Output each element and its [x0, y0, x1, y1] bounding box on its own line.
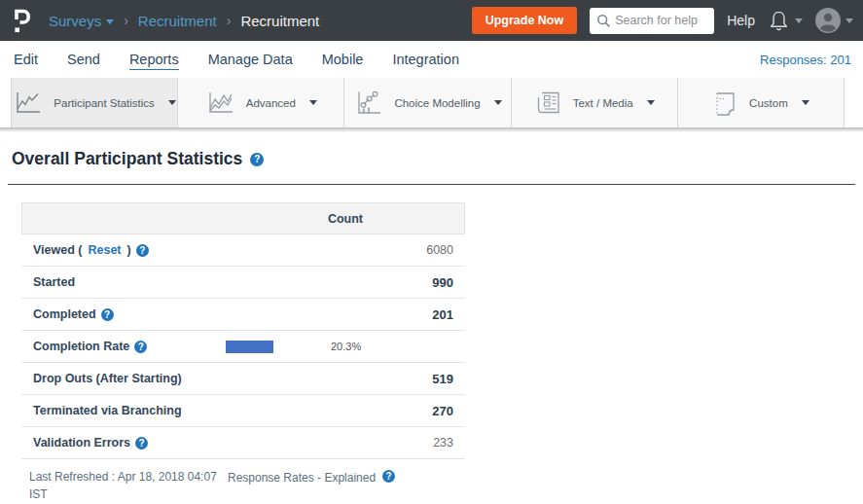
- chevron-down-icon: [647, 100, 655, 105]
- response-rates-explained: Response Rates - Explained ?: [228, 468, 395, 504]
- nav-send[interactable]: Send: [67, 50, 100, 69]
- chevron-down-icon: [795, 18, 803, 23]
- row-label-text: ): [127, 243, 131, 257]
- help-icon[interactable]: ?: [134, 341, 147, 353]
- nav-integration[interactable]: Integration: [392, 50, 459, 69]
- row-label: Terminated via Branching: [21, 404, 226, 417]
- breadcrumb-current: Recruitment: [240, 13, 319, 29]
- reset-link[interactable]: Reset: [88, 243, 121, 257]
- last-refreshed-text: Last Refreshed : Apr 18, 2018 04:07 IST: [29, 470, 217, 501]
- last-refreshed: Last Refreshed : Apr 18, 2018 04:07 IST …: [21, 468, 228, 504]
- completion-rate-bar-fill: [226, 341, 273, 353]
- upgrade-now-button[interactable]: Upgrade Now: [472, 7, 578, 34]
- row-value: 201: [226, 307, 465, 322]
- table-row-started: Started 990: [21, 267, 465, 299]
- table-row-terminated: Terminated via Branching 270: [21, 395, 465, 427]
- tab-text-media[interactable]: Text / Media: [512, 78, 678, 127]
- row-value: 20.3%: [226, 341, 465, 353]
- tab-label: Text / Media: [573, 97, 633, 109]
- chevron-down-icon: [494, 100, 502, 105]
- table-row-drop-outs: Drop Outs (After Starting) 519: [21, 363, 465, 395]
- tab-participant-statistics[interactable]: Participant Statistics: [12, 78, 178, 127]
- tab-advanced[interactable]: Advanced: [178, 78, 344, 127]
- chevron-down-icon: [168, 100, 176, 105]
- table-row-completed: Completed ? 201: [21, 299, 465, 331]
- multi-line-chart-icon: [205, 90, 234, 116]
- notifications-button[interactable]: [768, 9, 803, 33]
- count-column-header: Count: [227, 212, 464, 226]
- help-icon[interactable]: ?: [135, 437, 148, 450]
- responses-count: Responses: 201: [760, 53, 851, 67]
- nav-edit[interactable]: Edit: [14, 50, 38, 69]
- search-icon: [596, 14, 611, 28]
- surveys-menu[interactable]: Surveys: [49, 13, 114, 29]
- page-title: Overall Participant Statistics: [12, 149, 242, 169]
- table-row-viewed: Viewed ( Reset ) ? 6080: [21, 234, 465, 267]
- chevron-down-icon: [802, 100, 809, 105]
- tab-label: Advanced: [246, 97, 296, 109]
- tab-label: Choice Modelling: [394, 97, 480, 109]
- bell-icon: [768, 9, 790, 33]
- table-row-validation-errors: Validation Errors ? 233: [21, 427, 465, 459]
- nav-manage-data[interactable]: Manage Data: [208, 50, 293, 69]
- tab-custom[interactable]: Custom: [678, 78, 845, 127]
- breadcrumb-separator: ›: [124, 13, 128, 28]
- row-label: Completion Rate ?: [21, 340, 226, 353]
- help-icon[interactable]: ?: [250, 153, 264, 166]
- row-label-text: Drop Outs (After Starting): [33, 372, 182, 385]
- title-divider: [8, 184, 855, 185]
- topbar-right-group: Upgrade Now Help: [472, 7, 853, 34]
- completion-rate-label: 20.3%: [278, 341, 361, 352]
- account-menu-button[interactable]: [815, 8, 853, 33]
- scatter-chart-icon: [353, 90, 382, 116]
- participant-statistics-table: Count Viewed ( Reset ) ? 6080 Started 99…: [21, 202, 465, 459]
- report-tabs: Participant Statistics Advanced: [11, 78, 845, 127]
- breadcrumb-survey-link[interactable]: Recruitment: [138, 13, 217, 29]
- chevron-down-icon: [106, 19, 114, 24]
- chevron-down-icon: [845, 18, 853, 23]
- table-header-row: Count: [21, 202, 465, 234]
- surveys-menu-label: Surveys: [49, 13, 101, 29]
- document-icon: [712, 90, 737, 117]
- row-value: 990: [226, 275, 465, 290]
- toolbar-shadow: [0, 127, 863, 132]
- row-label-text: Started: [33, 275, 75, 289]
- help-icon[interactable]: ?: [136, 244, 149, 257]
- page-title-row: Overall Participant Statistics ?: [12, 149, 851, 169]
- row-label: Validation Errors ?: [21, 436, 226, 450]
- tab-label: Participant Statistics: [54, 97, 155, 109]
- breadcrumb-separator: ›: [227, 13, 232, 28]
- table-footer: Last Refreshed : Apr 18, 2018 04:07 IST …: [21, 468, 851, 504]
- row-value: 270: [226, 404, 465, 418]
- row-label: Started: [21, 275, 226, 289]
- response-rates-text: Response Rates - Explained: [228, 469, 376, 486]
- row-label: Completed ?: [21, 307, 226, 321]
- newspaper-icon: [534, 90, 561, 116]
- survey-nav: Edit Send Reports Manage Data Mobile Int…: [0, 41, 863, 78]
- chevron-down-icon: [309, 100, 317, 105]
- row-label-text: Completion Rate: [33, 340, 129, 353]
- line-chart-icon: [13, 90, 42, 116]
- report-content: Overall Participant Statistics ? Count V…: [0, 149, 863, 504]
- row-label: Drop Outs (After Starting): [21, 372, 226, 385]
- tab-label: Custom: [749, 97, 788, 109]
- row-label-text: Validation Errors: [33, 436, 130, 450]
- row-value: 519: [226, 372, 465, 386]
- row-label-text: Terminated via Branching: [33, 404, 182, 417]
- avatar: [815, 8, 841, 33]
- row-label: Viewed ( Reset ) ?: [21, 243, 226, 257]
- row-value: 6080: [226, 243, 465, 257]
- help-link[interactable]: Help: [727, 13, 755, 28]
- nav-reports[interactable]: Reports: [129, 50, 179, 70]
- row-label-text: Completed: [33, 307, 96, 321]
- questionpro-logo-icon[interactable]: [12, 7, 33, 35]
- help-icon[interactable]: ?: [101, 308, 114, 321]
- table-row-completion-rate: Completion Rate ? 20.3%: [21, 331, 465, 363]
- help-icon[interactable]: ?: [382, 470, 395, 483]
- help-search: [590, 8, 714, 34]
- reports-toolbar: Participant Statistics Advanced: [0, 78, 863, 127]
- nav-mobile[interactable]: Mobile: [322, 50, 364, 69]
- row-value: 233: [226, 436, 465, 450]
- row-label-text: Viewed (: [33, 243, 82, 257]
- tab-choice-modelling[interactable]: Choice Modelling: [344, 78, 511, 127]
